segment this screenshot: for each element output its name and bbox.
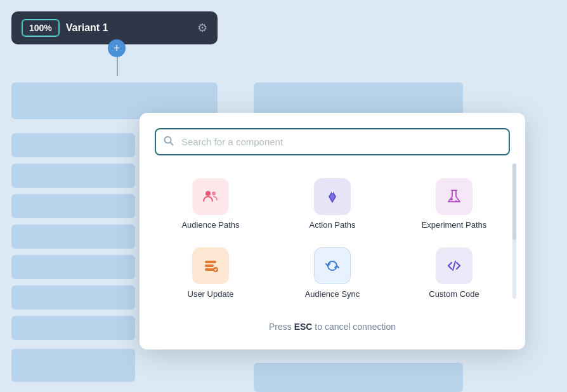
component-grid: Audience Paths Action Paths [155, 173, 510, 304]
component-picker-panel: Audience Paths Action Paths [140, 113, 525, 350]
experiment-paths-label: Experiment Paths [422, 220, 487, 230]
footer-text-before: Press [269, 322, 294, 332]
bg-block [11, 225, 135, 249]
audience-sync-icon-box [314, 247, 351, 284]
bg-block [11, 349, 135, 382]
component-item-user-update[interactable]: User Update [155, 242, 266, 304]
audience-paths-label: Audience Paths [181, 220, 239, 230]
svg-point-9 [455, 200, 457, 202]
user-update-icon [202, 257, 219, 275]
esc-key-label: ESC [294, 322, 313, 332]
search-icon [164, 136, 174, 148]
custom-code-label: Custom Code [429, 289, 479, 299]
gear-icon[interactable]: ⚙ [197, 21, 207, 35]
user-update-icon-box [192, 247, 229, 284]
action-paths-icon [323, 188, 341, 206]
component-item-audience-paths[interactable]: Audience Paths [155, 173, 266, 235]
audience-sync-label: Audience Sync [305, 289, 360, 299]
action-paths-icon-box [314, 178, 351, 215]
svg-point-3 [212, 192, 216, 195]
custom-code-icon-box [436, 247, 472, 284]
footer-text-after: to cancel connection [312, 322, 396, 332]
scrollbar-track[interactable] [512, 164, 516, 299]
action-paths-label: Action Paths [310, 220, 356, 230]
bg-block [11, 316, 135, 340]
bg-block [11, 194, 135, 218]
search-container [155, 128, 510, 155]
experiment-icon [445, 188, 463, 206]
svg-line-1 [171, 142, 173, 145]
user-update-label: User Update [188, 289, 234, 299]
audience-paths-icon-box [192, 178, 229, 215]
audience-sync-icon [323, 257, 341, 275]
plus-icon: + [114, 42, 121, 54]
svg-point-2 [205, 191, 211, 196]
audience-paths-icon [202, 188, 219, 206]
bg-block [11, 255, 135, 279]
footer-hint: Press ESC to cancel connection [155, 322, 510, 332]
bg-block [11, 285, 135, 310]
experiment-icon-box [436, 178, 472, 215]
component-item-custom-code[interactable]: Custom Code [398, 242, 510, 304]
bg-block [254, 363, 463, 392]
bg-block [11, 164, 135, 188]
variant-title: Variant 1 [66, 22, 191, 34]
bg-block [11, 133, 135, 157]
svg-point-8 [450, 198, 453, 200]
search-input[interactable] [155, 128, 510, 155]
add-component-button[interactable]: + [108, 39, 126, 57]
svg-rect-10 [205, 261, 216, 263]
component-item-action-paths[interactable]: Action Paths [277, 173, 388, 235]
component-item-audience-sync[interactable]: Audience Sync [277, 242, 388, 304]
custom-code-icon [445, 257, 463, 275]
svg-line-14 [453, 261, 455, 270]
svg-rect-11 [205, 265, 214, 267]
scrollbar-thumb[interactable] [512, 164, 516, 240]
component-item-experiment-paths[interactable]: Experiment Paths [398, 173, 510, 235]
variant-badge: 100% [22, 19, 60, 37]
